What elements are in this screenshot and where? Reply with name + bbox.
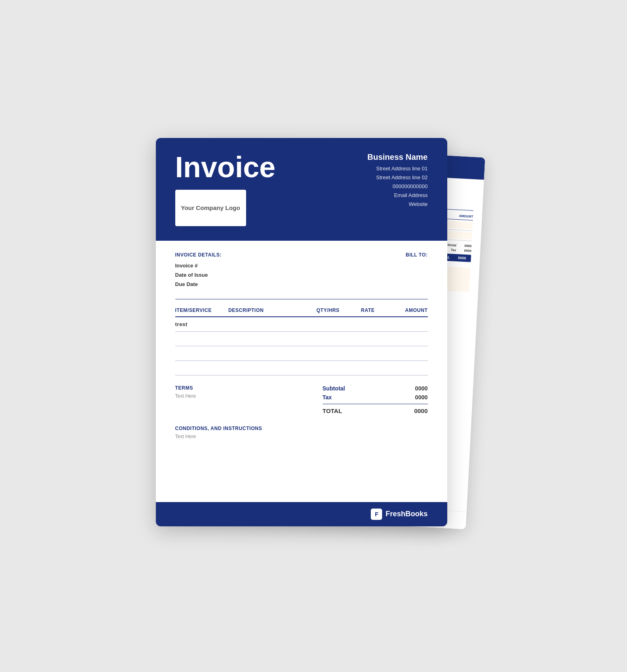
logo-box: Your Company Logo [175,190,246,226]
back-subtotal-row: Subtotal 0000 [443,243,472,248]
row4-rate [348,365,388,371]
logo-text: Your Company Logo [181,204,240,212]
row1-rate [348,321,388,327]
section-divider [175,299,428,299]
details-row: INVOICE DETAILS: Invoice # Date of Issue… [175,252,428,289]
tax-row: Tax 0000 [323,394,428,401]
row4-item [175,365,228,371]
header-left: Invoice Your Company Logo [175,153,276,226]
subtotal-value: 0000 [415,385,427,392]
date-of-issue-label: Date of Issue [175,270,222,280]
terms-text: Text Here [175,393,196,399]
row3-amount [388,350,428,356]
invoice-details-title: INVOICE DETAILS: [175,252,222,258]
back-tax-label: Tax [451,248,456,252]
tax-label: Tax [323,394,332,401]
terms-title: TERMS [175,385,196,391]
terms-totals-row: TERMS Text Here Subtotal 0000 Tax 0000 T… [175,385,428,414]
freshbooks-icon: F [371,509,382,520]
totals-section: Subtotal 0000 Tax 0000 TOTAL 0000 [323,385,428,414]
back-total-value: 0000 [458,256,466,260]
business-phone: 000000000000 [368,182,428,191]
invoice-scene: INVOICE DETAILS: Invoice # 0000 Date of … [156,138,472,534]
col-header-rate: RATE [348,307,388,313]
freshbooks-logo: F FreshBooks [371,509,427,520]
freshbooks-name: FreshBooks [385,510,427,518]
row3-desc [228,350,308,356]
business-email: Email Address [368,191,428,200]
bill-to-title: BILL TO: [406,252,427,258]
items-table-header: ITEM/SERVICE DESCRIPTION QTY/HRS RATE AM… [175,307,428,317]
row2-desc [228,336,308,342]
back-subtotal-value: 0000 [464,244,472,248]
row2-qty [308,336,348,342]
row2-amount [388,336,428,342]
conditions-title: CONDITIONS, AND INSTRUCTIONS [175,426,428,431]
conditions-section: CONDITIONS, AND INSTRUCTIONS Text Here [156,426,447,439]
back-col-amount: AMOUNT [459,214,473,218]
back-tax-value: 0000 [464,249,471,253]
row1-desc [228,321,308,327]
tax-value: 0000 [415,394,427,401]
invoice-front: Invoice Your Company Logo Business Name … [156,138,447,526]
total-label: TOTAL [323,407,342,414]
subtotal-label: Subtotal [323,385,345,392]
subtotal-row: Subtotal 0000 [323,385,428,392]
row1-qty [308,321,348,327]
conditions-text: Text Here [175,434,428,439]
business-address1: Street Address line 01 [368,164,428,173]
invoice-header: Invoice Your Company Logo Business Name … [156,138,447,241]
invoice-details-section: INVOICE DETAILS: Invoice # Date of Issue… [175,252,222,289]
col-header-desc: DESCRIPTION [228,307,308,313]
business-website: Website [368,200,428,209]
total-value: 0000 [414,407,427,414]
col-header-qty: QTY/HRS [308,307,348,313]
totals-divider [323,404,428,404]
business-name: Business Name [368,153,428,162]
terms-section: TERMS Text Here [175,385,196,399]
total-final-row: TOTAL 0000 [323,407,428,414]
business-address2: Street Address line 02 [368,173,428,182]
row3-item [175,350,228,356]
row4-desc [228,365,308,371]
invoice-body: INVOICE DETAILS: Invoice # Date of Issue… [156,241,447,414]
row3-rate [348,350,388,356]
bill-to-section: BILL TO: [406,252,427,289]
table-row-4 [175,361,428,375]
col-header-item: ITEM/SERVICE [175,307,228,313]
business-info: Business Name Street Address line 01 Str… [368,153,428,209]
table-row-1: trest [175,317,428,332]
invoice-number-label: Invoice # [175,261,222,270]
row4-qty [308,365,348,371]
row2-item [175,336,228,342]
invoice-title: Invoice [175,153,276,182]
items-table: ITEM/SERVICE DESCRIPTION QTY/HRS RATE AM… [175,307,428,375]
row1-item: trest [175,321,228,327]
due-date-label: Due Date [175,280,222,289]
row1-amount [388,321,428,327]
row2-rate [348,336,388,342]
table-row-3 [175,346,428,361]
invoice-footer: F FreshBooks [156,502,447,526]
row3-qty [308,350,348,356]
back-tax-row: Tax 0000 [451,248,471,253]
row4-amount [388,365,428,371]
col-header-amount: AMOUNT [388,307,428,313]
table-row-2 [175,332,428,346]
